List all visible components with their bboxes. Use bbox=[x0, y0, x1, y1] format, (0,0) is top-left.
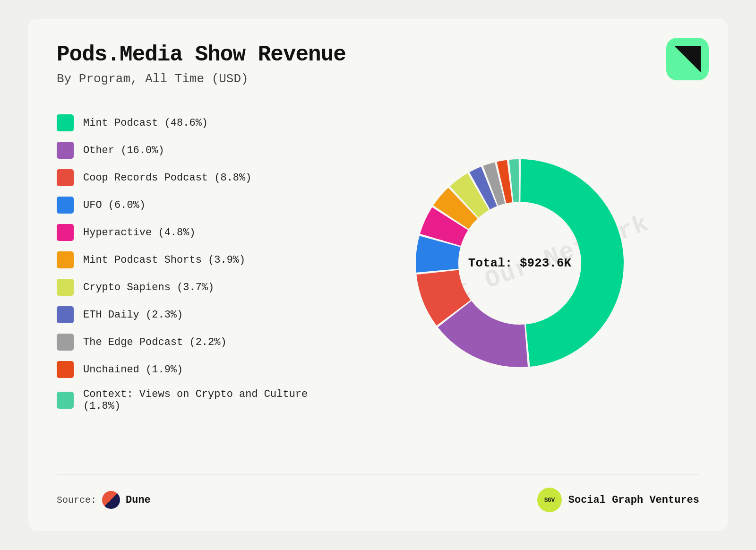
legend-color bbox=[57, 197, 74, 214]
header: Pods.Media Show Revenue By Program, All … bbox=[57, 43, 699, 86]
legend-label: Coop Records Podcast (8.8%) bbox=[83, 172, 251, 184]
legend-label: Unchained (1.9%) bbox=[83, 364, 183, 376]
legend-color bbox=[57, 334, 74, 351]
legend-color bbox=[57, 361, 74, 378]
legend-label: Hyperactive (4.8%) bbox=[83, 227, 196, 239]
content-area: Mint Podcast (48.6%) Other (16.0%) Coop … bbox=[57, 114, 699, 412]
legend-label: UFO (6.0%) bbox=[83, 199, 146, 211]
page-subtitle: By Program, All Time (USD) bbox=[57, 72, 699, 86]
legend-item: Mint Podcast Shorts (3.9%) bbox=[57, 251, 321, 268]
legend-color bbox=[57, 169, 74, 186]
legend-color bbox=[57, 392, 74, 409]
legend-item: Unchained (1.9%) bbox=[57, 361, 321, 378]
donut-chart: Total: $923.6K bbox=[402, 145, 638, 381]
page-title: Pods.Media Show Revenue bbox=[57, 43, 699, 67]
legend-label: Other (16.0%) bbox=[83, 145, 164, 156]
sgv-area: SGV Social Graph Ventures bbox=[537, 488, 699, 512]
legend: Mint Podcast (48.6%) Other (16.0%) Coop … bbox=[57, 114, 321, 412]
legend-color bbox=[57, 306, 74, 323]
legend-item: Hyperactive (4.8%) bbox=[57, 224, 321, 241]
legend-item: ETH Daily (2.3%) bbox=[57, 306, 321, 323]
legend-label: Mint Podcast Shorts (3.9%) bbox=[83, 254, 245, 266]
source-area: Source: Dune bbox=[57, 491, 151, 509]
legend-item: Other (16.0%) bbox=[57, 142, 321, 159]
total-label: Total: $923.6K bbox=[468, 256, 571, 270]
legend-label: Mint Podcast (48.6%) bbox=[83, 117, 208, 129]
dune-logo bbox=[102, 491, 120, 509]
sgv-badge: SGV bbox=[537, 488, 562, 512]
legend-item: Crypto Sapiens (3.7%) bbox=[57, 279, 321, 296]
logo-box bbox=[666, 38, 709, 80]
legend-item: Context: Views on Crypto and Culture (1.… bbox=[57, 388, 321, 412]
legend-item: Mint Podcast (48.6%) bbox=[57, 114, 321, 131]
legend-color bbox=[57, 279, 74, 296]
legend-item: UFO (6.0%) bbox=[57, 197, 321, 214]
legend-label: ETH Daily (2.3%) bbox=[83, 309, 183, 321]
donut-center: Total: $923.6K bbox=[468, 256, 571, 270]
logo-icon bbox=[674, 46, 701, 72]
legend-label: Context: Views on Crypto and Culture (1.… bbox=[83, 388, 321, 412]
legend-item: The Edge Podcast (2.2%) bbox=[57, 334, 321, 351]
source-name: Dune bbox=[126, 494, 151, 506]
legend-label: Crypto Sapiens (3.7%) bbox=[83, 282, 214, 293]
legend-color bbox=[57, 114, 74, 131]
main-card: Pods.Media Show Revenue By Program, All … bbox=[28, 19, 728, 531]
legend-label: The Edge Podcast (2.2%) bbox=[83, 336, 227, 348]
footer: Source: Dune SGV Social Graph Ventures bbox=[57, 474, 699, 512]
legend-color bbox=[57, 251, 74, 268]
source-prefix: Source: bbox=[57, 495, 96, 506]
legend-color bbox=[57, 142, 74, 159]
legend-item: Coop Records Podcast (8.8%) bbox=[57, 169, 321, 186]
legend-color bbox=[57, 224, 74, 241]
chart-area: Not Our Network Total: $923.6K bbox=[340, 145, 699, 381]
sgv-name: Social Graph Ventures bbox=[568, 494, 699, 506]
